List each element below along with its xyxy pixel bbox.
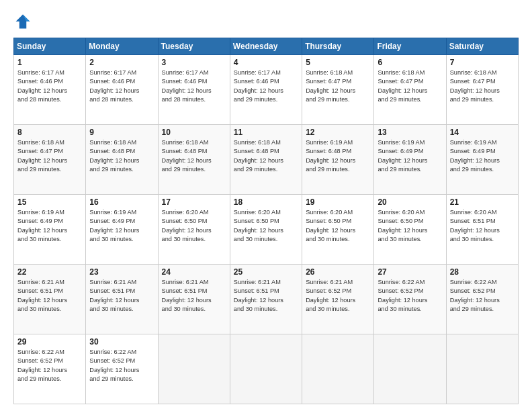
- table-row: 9Sunrise: 6:18 AMSunset: 6:48 PMDaylight…: [86, 125, 158, 195]
- cell-text: Sunrise: 6:20 AMSunset: 6:50 PMDaylight:…: [162, 208, 226, 244]
- table-row: 19Sunrise: 6:20 AMSunset: 6:50 PMDayligh…: [302, 195, 374, 265]
- day-number: 6: [378, 58, 442, 67]
- col-header-thursday: Thursday: [302, 38, 374, 55]
- table-row: [158, 334, 230, 404]
- table-row: 15Sunrise: 6:19 AMSunset: 6:49 PMDayligh…: [14, 195, 86, 265]
- table-row: 12Sunrise: 6:19 AMSunset: 6:48 PMDayligh…: [302, 125, 374, 195]
- day-number: 4: [234, 58, 298, 67]
- table-row: 4Sunrise: 6:17 AMSunset: 6:46 PMDaylight…: [230, 55, 302, 125]
- cell-text: Sunrise: 6:21 AMSunset: 6:51 PMDaylight:…: [162, 278, 226, 314]
- day-number: 26: [306, 267, 370, 277]
- col-header-wednesday: Wednesday: [230, 38, 302, 55]
- logo: [13, 12, 35, 31]
- col-header-tuesday: Tuesday: [158, 38, 230, 55]
- table-row: 10Sunrise: 6:18 AMSunset: 6:48 PMDayligh…: [158, 125, 230, 195]
- day-number: 2: [89, 58, 154, 67]
- col-header-sunday: Sunday: [14, 38, 86, 55]
- cell-text: Sunrise: 6:17 AMSunset: 6:46 PMDaylight:…: [89, 68, 154, 104]
- cell-text: Sunrise: 6:21 AMSunset: 6:51 PMDaylight:…: [89, 278, 154, 314]
- cell-text: Sunrise: 6:18 AMSunset: 6:48 PMDaylight:…: [89, 138, 154, 174]
- cell-text: Sunrise: 6:18 AMSunset: 6:47 PMDaylight:…: [17, 138, 82, 174]
- day-number: 11: [234, 128, 298, 137]
- cell-text: Sunrise: 6:22 AMSunset: 6:52 PMDaylight:…: [378, 278, 442, 314]
- table-row: [374, 334, 446, 404]
- day-number: 29: [17, 337, 82, 347]
- day-number: 19: [306, 197, 370, 207]
- table-row: 17Sunrise: 6:20 AMSunset: 6:50 PMDayligh…: [158, 195, 230, 265]
- table-row: [230, 334, 302, 404]
- day-number: 5: [306, 58, 370, 67]
- table-row: 7Sunrise: 6:18 AMSunset: 6:47 PMDaylight…: [446, 55, 518, 125]
- cell-text: Sunrise: 6:21 AMSunset: 6:52 PMDaylight:…: [306, 278, 370, 314]
- day-number: 3: [162, 58, 226, 67]
- cell-text: Sunrise: 6:19 AMSunset: 6:48 PMDaylight:…: [306, 138, 370, 174]
- cell-text: Sunrise: 6:18 AMSunset: 6:47 PMDaylight:…: [306, 68, 370, 104]
- cell-text: Sunrise: 6:17 AMSunset: 6:46 PMDaylight:…: [234, 68, 298, 104]
- table-row: 8Sunrise: 6:18 AMSunset: 6:47 PMDaylight…: [14, 125, 86, 195]
- day-number: 21: [450, 197, 515, 207]
- col-header-monday: Monday: [86, 38, 158, 55]
- cell-text: Sunrise: 6:20 AMSunset: 6:51 PMDaylight:…: [450, 208, 515, 244]
- table-row: 25Sunrise: 6:21 AMSunset: 6:51 PMDayligh…: [230, 265, 302, 334]
- cell-text: Sunrise: 6:21 AMSunset: 6:51 PMDaylight:…: [234, 278, 298, 314]
- day-number: 25: [234, 267, 298, 277]
- table-row: 18Sunrise: 6:20 AMSunset: 6:50 PMDayligh…: [230, 195, 302, 265]
- day-number: 14: [450, 128, 515, 137]
- day-number: 30: [89, 337, 154, 347]
- table-row: 14Sunrise: 6:19 AMSunset: 6:49 PMDayligh…: [446, 125, 518, 195]
- cell-text: Sunrise: 6:17 AMSunset: 6:46 PMDaylight:…: [162, 68, 226, 104]
- day-number: 15: [17, 197, 82, 207]
- table-row: [446, 334, 518, 404]
- table-row: 20Sunrise: 6:20 AMSunset: 6:50 PMDayligh…: [374, 195, 446, 265]
- table-row: [302, 334, 374, 404]
- table-row: 5Sunrise: 6:18 AMSunset: 6:47 PMDaylight…: [302, 55, 374, 125]
- table-row: 30Sunrise: 6:22 AMSunset: 6:52 PMDayligh…: [86, 334, 158, 404]
- cell-text: Sunrise: 6:17 AMSunset: 6:46 PMDaylight:…: [17, 68, 82, 104]
- day-number: 22: [17, 267, 82, 277]
- table-row: 2Sunrise: 6:17 AMSunset: 6:46 PMDaylight…: [86, 55, 158, 125]
- cell-text: Sunrise: 6:21 AMSunset: 6:51 PMDaylight:…: [17, 278, 82, 314]
- table-row: 29Sunrise: 6:22 AMSunset: 6:52 PMDayligh…: [14, 334, 86, 404]
- logo-icon: [13, 12, 32, 31]
- day-number: 10: [162, 128, 226, 137]
- table-row: 26Sunrise: 6:21 AMSunset: 6:52 PMDayligh…: [302, 265, 374, 334]
- col-header-friday: Friday: [374, 38, 446, 55]
- cell-text: Sunrise: 6:19 AMSunset: 6:49 PMDaylight:…: [17, 208, 82, 244]
- cell-text: Sunrise: 6:20 AMSunset: 6:50 PMDaylight:…: [234, 208, 298, 244]
- table-row: 6Sunrise: 6:18 AMSunset: 6:47 PMDaylight…: [374, 55, 446, 125]
- table-row: 11Sunrise: 6:18 AMSunset: 6:48 PMDayligh…: [230, 125, 302, 195]
- day-number: 18: [234, 197, 298, 207]
- day-number: 28: [450, 267, 515, 277]
- day-number: 17: [162, 197, 226, 207]
- table-row: 1Sunrise: 6:17 AMSunset: 6:46 PMDaylight…: [14, 55, 86, 125]
- table-row: 3Sunrise: 6:17 AMSunset: 6:46 PMDaylight…: [158, 55, 230, 125]
- day-number: 12: [306, 128, 370, 137]
- cell-text: Sunrise: 6:19 AMSunset: 6:49 PMDaylight:…: [378, 138, 442, 174]
- day-number: 24: [162, 267, 226, 277]
- table-row: 27Sunrise: 6:22 AMSunset: 6:52 PMDayligh…: [374, 265, 446, 334]
- cell-text: Sunrise: 6:19 AMSunset: 6:49 PMDaylight:…: [450, 138, 515, 174]
- col-header-saturday: Saturday: [446, 38, 518, 55]
- day-number: 8: [17, 128, 82, 137]
- day-number: 7: [450, 58, 515, 67]
- calendar-table: SundayMondayTuesdayWednesdayThursdayFrid…: [13, 38, 519, 404]
- day-number: 20: [378, 197, 442, 207]
- table-row: 24Sunrise: 6:21 AMSunset: 6:51 PMDayligh…: [158, 265, 230, 334]
- cell-text: Sunrise: 6:18 AMSunset: 6:47 PMDaylight:…: [450, 68, 515, 104]
- table-row: 23Sunrise: 6:21 AMSunset: 6:51 PMDayligh…: [86, 265, 158, 334]
- cell-text: Sunrise: 6:22 AMSunset: 6:52 PMDaylight:…: [450, 278, 515, 314]
- table-row: 28Sunrise: 6:22 AMSunset: 6:52 PMDayligh…: [446, 265, 518, 334]
- cell-text: Sunrise: 6:18 AMSunset: 6:48 PMDaylight:…: [162, 138, 226, 174]
- day-number: 9: [89, 128, 154, 137]
- day-number: 23: [89, 267, 154, 277]
- day-number: 13: [378, 128, 442, 137]
- day-number: 1: [17, 58, 82, 67]
- day-number: 16: [89, 197, 154, 207]
- table-row: 16Sunrise: 6:19 AMSunset: 6:49 PMDayligh…: [86, 195, 158, 265]
- table-row: 13Sunrise: 6:19 AMSunset: 6:49 PMDayligh…: [374, 125, 446, 195]
- page: SundayMondayTuesdayWednesdayThursdayFrid…: [0, 0, 532, 411]
- cell-text: Sunrise: 6:22 AMSunset: 6:52 PMDaylight:…: [17, 348, 82, 383]
- table-row: 21Sunrise: 6:20 AMSunset: 6:51 PMDayligh…: [446, 195, 518, 265]
- cell-text: Sunrise: 6:20 AMSunset: 6:50 PMDaylight:…: [306, 208, 370, 244]
- cell-text: Sunrise: 6:18 AMSunset: 6:48 PMDaylight:…: [234, 138, 298, 174]
